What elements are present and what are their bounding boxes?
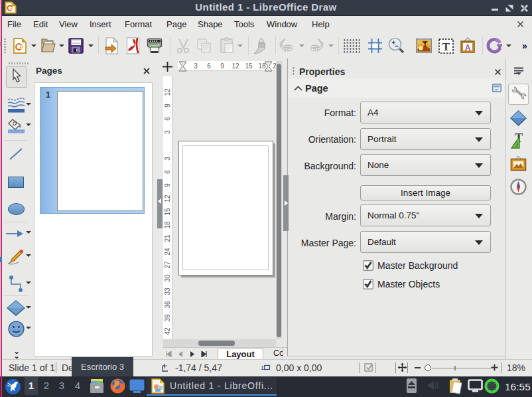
svg-text:A: A (465, 43, 471, 52)
svg-text:T: T (442, 40, 450, 53)
svg-text:1: 1 (261, 364, 264, 371)
